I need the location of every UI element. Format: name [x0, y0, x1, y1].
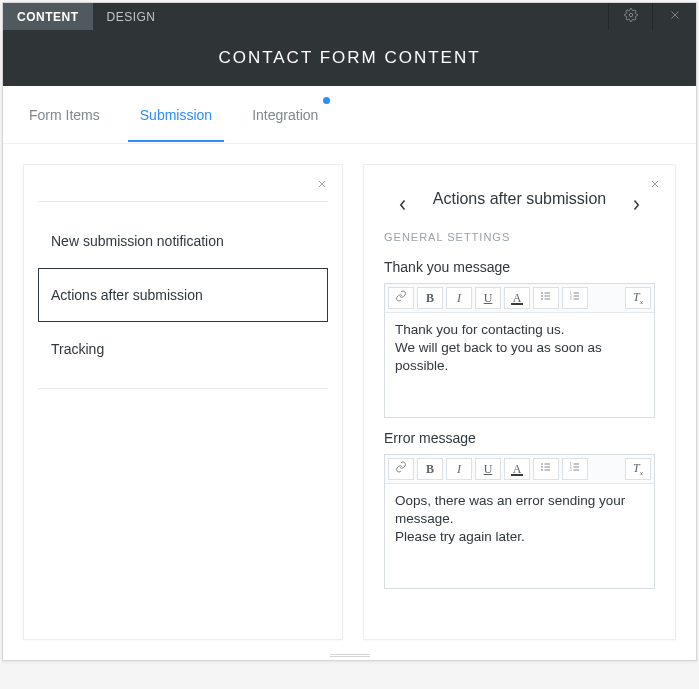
dialog-header: CONTACT FORM CONTENT [3, 30, 696, 86]
toolbar-text-color-button[interactable]: A [504, 458, 530, 480]
close-icon [316, 176, 328, 194]
detail-panel-title: Actions after submission [433, 189, 606, 209]
chevron-left-icon [399, 197, 407, 215]
toolbar-text-color-button[interactable]: A [504, 287, 530, 309]
prev-section-button[interactable] [392, 195, 414, 217]
underline-icon: U [484, 291, 493, 306]
divider [38, 388, 328, 389]
svg-point-7 [541, 463, 543, 465]
bullet-list-icon [540, 290, 552, 306]
field-error-message: Error message B I U A 123 Tx [364, 418, 675, 589]
svg-text:3: 3 [570, 297, 572, 301]
toolbar-bold-button[interactable]: B [417, 287, 443, 309]
svg-point-0 [629, 13, 633, 17]
notification-dot [323, 97, 330, 104]
settings-button[interactable] [608, 3, 652, 30]
close-dialog-button[interactable] [652, 3, 696, 30]
close-left-panel-button[interactable] [312, 175, 332, 195]
text-color-icon: A [513, 462, 522, 477]
menu-item-tracking[interactable]: Tracking [38, 322, 328, 376]
numbered-list-icon: 123 [569, 461, 581, 477]
next-section-button[interactable] [625, 195, 647, 217]
toolbar-numbered-list-button[interactable]: 123 [562, 458, 588, 480]
toolbar-italic-button[interactable]: I [446, 458, 472, 480]
content-subtabs: Form Items Submission Integration [3, 86, 696, 144]
bold-icon: B [426, 291, 434, 306]
svg-text:3: 3 [570, 468, 572, 472]
dialog-body: New submission notification Actions afte… [3, 144, 696, 660]
field-label: Error message [384, 430, 655, 446]
chevron-right-icon [632, 197, 640, 215]
toolbar-underline-button[interactable]: U [475, 287, 501, 309]
toolbar-bullet-list-button[interactable] [533, 458, 559, 480]
clear-format-icon: Tx [633, 290, 643, 306]
toolbar-italic-button[interactable]: I [446, 287, 472, 309]
divider [38, 201, 328, 202]
editor-toolbar: B I U A 123 Tx [385, 284, 654, 313]
svg-point-2 [541, 295, 543, 297]
clear-format-icon: Tx [633, 461, 643, 477]
bold-icon: B [426, 462, 434, 477]
rich-text-editor: B I U A 123 Tx [384, 454, 655, 589]
gear-icon [624, 8, 638, 26]
menu-item-new-submission-notification[interactable]: New submission notification [38, 214, 328, 268]
link-icon [395, 290, 407, 306]
toolbar-link-button[interactable] [388, 287, 414, 309]
toolbar-underline-button[interactable]: U [475, 458, 501, 480]
field-label: Thank you message [384, 259, 655, 275]
submission-menu-panel: New submission notification Actions afte… [23, 164, 343, 640]
svg-point-1 [541, 292, 543, 294]
top-tab-content[interactable]: CONTENT [3, 3, 93, 30]
top-tab-design[interactable]: DESIGN [93, 3, 170, 30]
toolbar-bold-button[interactable]: B [417, 458, 443, 480]
rich-text-editor: B I U A 123 Tx [384, 283, 655, 418]
svg-point-8 [541, 466, 543, 468]
toolbar-link-button[interactable] [388, 458, 414, 480]
menu-item-actions-after-submission[interactable]: Actions after submission [38, 268, 328, 322]
error-message-input[interactable] [385, 484, 654, 584]
bullet-list-icon [540, 461, 552, 477]
toolbar-clear-format-button[interactable]: Tx [625, 287, 651, 309]
underline-icon: U [484, 462, 493, 477]
toolbar-bullet-list-button[interactable] [533, 287, 559, 309]
section-label-general-settings: GENERAL SETTINGS [364, 219, 675, 247]
numbered-list-icon: 123 [569, 290, 581, 306]
subtab-submission[interactable]: Submission [138, 89, 214, 141]
dialog-title: CONTACT FORM CONTENT [218, 48, 480, 68]
svg-point-9 [541, 469, 543, 471]
subtab-integration[interactable]: Integration [250, 89, 320, 141]
close-icon [668, 8, 682, 26]
toolbar-clear-format-button[interactable]: Tx [625, 458, 651, 480]
editor-toolbar: B I U A 123 Tx [385, 455, 654, 484]
italic-icon: I [457, 291, 461, 306]
subtab-form-items[interactable]: Form Items [27, 89, 102, 141]
italic-icon: I [457, 462, 461, 477]
field-thank-you-message: Thank you message B I U A 123 Tx [364, 247, 675, 418]
text-color-icon: A [513, 291, 522, 306]
link-icon [395, 461, 407, 477]
dialog-titlebar: CONTENT DESIGN [3, 3, 696, 30]
toolbar-numbered-list-button[interactable]: 123 [562, 287, 588, 309]
dialog-resize-handle[interactable] [330, 654, 370, 658]
contact-form-content-dialog: CONTENT DESIGN CONTACT FORM CONTENT Form… [2, 2, 697, 661]
thank-you-message-input[interactable] [385, 313, 654, 413]
svg-point-3 [541, 298, 543, 300]
settings-detail-panel: Actions after submission GENERAL SETTING… [363, 164, 676, 640]
